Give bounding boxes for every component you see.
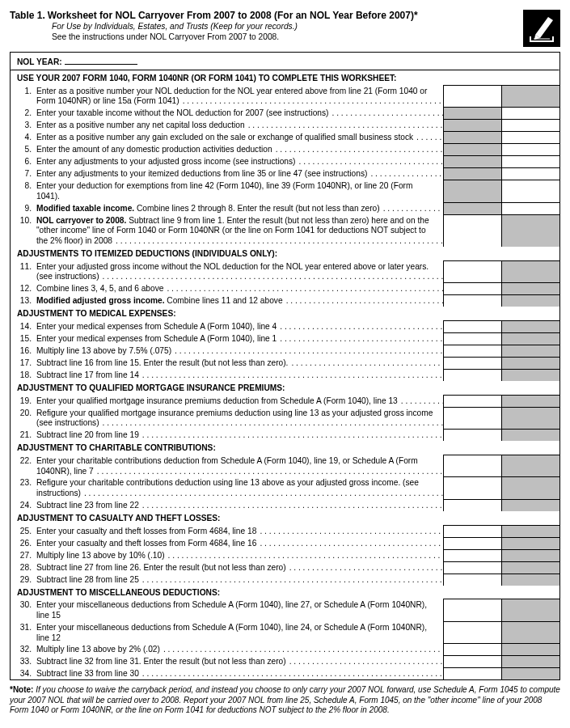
cell-shaded (501, 85, 559, 108)
cell-input[interactable] (443, 85, 501, 108)
cell-shaded (443, 107, 501, 119)
cell-input[interactable] (443, 643, 501, 655)
cell-shaded (501, 455, 559, 477)
cell-shaded (501, 294, 559, 307)
line-text: Enter your qualified mortgage insurance … (36, 395, 443, 407)
cell-input[interactable] (443, 294, 501, 307)
amount-cells (443, 621, 559, 644)
cell-input[interactable] (443, 537, 501, 549)
line-number: 33. (11, 655, 36, 667)
line-16: 16.Multiply line 13 above by 7.5% (.075) (11, 345, 559, 357)
cell-shaded (501, 260, 559, 283)
line-28: 28.Subtract line 27 from line 26. Enter … (11, 561, 559, 574)
cell-input[interactable] (443, 369, 501, 381)
cell-input[interactable] (443, 332, 501, 345)
cell-input[interactable] (443, 282, 501, 294)
line-25: 25.Enter your casualty and theft losses … (11, 525, 559, 537)
line-11: 11.Enter your adjusted gross income with… (11, 260, 559, 283)
cell-input[interactable] (501, 180, 559, 202)
cell-shaded (501, 345, 559, 357)
cell-shaded (501, 369, 559, 381)
cell-input[interactable] (501, 202, 559, 214)
line-text: Refigure your charitable contributions d… (36, 476, 443, 499)
cell-input[interactable] (501, 155, 559, 167)
cell-input[interactable] (443, 667, 501, 679)
line-number: 21. (11, 429, 36, 441)
amount-cells (443, 119, 559, 131)
line-text: Enter any adjustments to your itemized d… (36, 167, 443, 180)
cell-input[interactable] (501, 167, 559, 180)
line-29: 29.Subtract line 28 from line 25 (11, 574, 559, 586)
cell-shaded (501, 574, 559, 586)
line-number: 27. (11, 549, 36, 561)
table-label: Table 1. (10, 10, 45, 21)
cell-shaded (501, 537, 559, 549)
amount-cells (443, 549, 559, 561)
cell-shaded (501, 599, 559, 621)
cell-input[interactable] (443, 525, 501, 537)
amount-cells (443, 260, 559, 283)
line-17: 17.Subtract line 16 from line 15. Enter … (11, 357, 559, 369)
line-number: 14. (11, 320, 36, 332)
cell-input[interactable] (501, 131, 559, 143)
amount-cells (443, 667, 559, 679)
amount-cells (443, 131, 559, 143)
cell-input[interactable] (501, 143, 559, 155)
cell-input[interactable] (443, 599, 501, 621)
cell-shaded (501, 282, 559, 294)
line-text: NOL carryover to 2008. Subtract line 9 f… (36, 214, 443, 247)
cell-shaded (443, 155, 501, 167)
cell-input[interactable] (443, 345, 501, 357)
line-number: 2. (11, 107, 36, 119)
amount-cells (443, 407, 559, 430)
cell-shaded (501, 549, 559, 561)
line-number: 8. (11, 180, 36, 202)
cell-input[interactable] (443, 655, 501, 667)
line-number: 13. (11, 294, 36, 307)
amount-cells (443, 574, 559, 586)
line-number: 32. (11, 643, 36, 655)
cell-input[interactable] (443, 574, 501, 586)
cell-shaded (443, 143, 501, 155)
line-34: 34.Subtract line 33 from line 30 (11, 667, 559, 679)
line-number: 25. (11, 525, 36, 537)
line-text: Multiply line 13 above by 2% (.02) (36, 643, 443, 655)
line-number: 12. (11, 282, 36, 294)
adj-itemized-head: ADJUSTMENTS TO ITEMIZED DEDUCTIONS (INDI… (11, 247, 559, 260)
footnote: *Note: If you choose to waive the carryb… (10, 685, 560, 716)
cell-shaded (501, 429, 559, 441)
line-number: 17. (11, 357, 36, 369)
line-number: 23. (11, 476, 36, 499)
line-number: 31. (11, 621, 36, 644)
line-24: 24.Subtract line 23 from line 22 (11, 499, 559, 511)
adj-medical-head: ADJUSTMENT TO MEDICAL EXPENSES: (11, 307, 559, 320)
cell-input[interactable] (443, 407, 501, 430)
line-number: 15. (11, 332, 36, 345)
cell-input[interactable] (443, 395, 501, 407)
cell-input[interactable] (443, 357, 501, 369)
cell-input[interactable] (443, 429, 501, 441)
cell-input[interactable] (443, 549, 501, 561)
cell-input[interactable] (443, 621, 501, 644)
cell-shaded (501, 395, 559, 407)
cell-input[interactable] (443, 260, 501, 283)
amount-cells (443, 455, 559, 477)
amount-cells (443, 167, 559, 180)
nol-year-input[interactable] (65, 56, 137, 65)
cell-input[interactable] (501, 119, 559, 131)
cell-input[interactable] (443, 561, 501, 574)
cell-shaded (501, 214, 559, 247)
amount-cells (443, 202, 559, 214)
cell-input[interactable] (443, 499, 501, 511)
line-4: 4.Enter as a positive number any gain ex… (11, 131, 559, 143)
amount-cells (443, 655, 559, 667)
cell-input[interactable] (443, 476, 501, 499)
cell-shaded (501, 561, 559, 574)
line-number: 29. (11, 574, 36, 586)
line-9: 9.Modified taxable income. Combine lines… (11, 202, 559, 214)
cell-input[interactable] (443, 455, 501, 477)
cell-input[interactable] (443, 320, 501, 332)
cell-input[interactable] (443, 214, 501, 247)
amount-cells (443, 282, 559, 294)
cell-input[interactable] (501, 107, 559, 119)
